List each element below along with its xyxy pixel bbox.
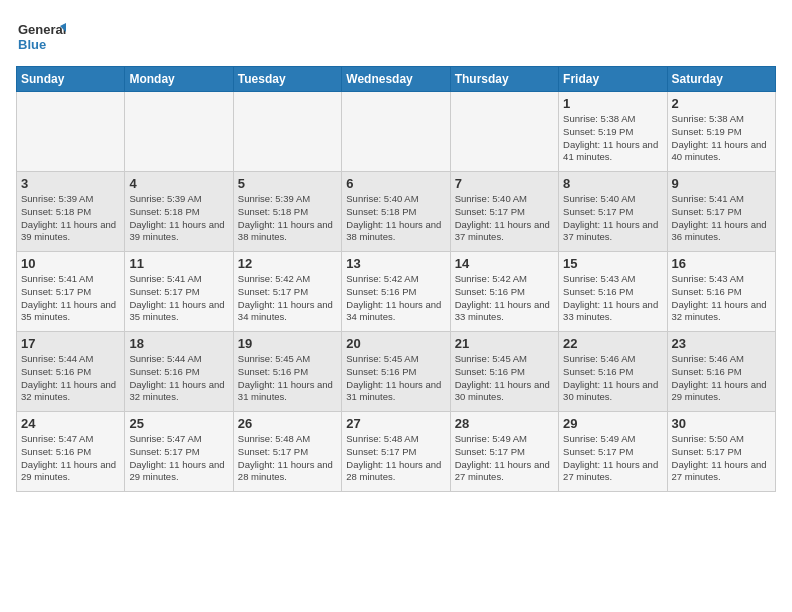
day-info: Sunrise: 5:43 AM Sunset: 5:16 PM Dayligh…: [672, 273, 771, 324]
header: General Blue: [16, 16, 776, 56]
weekday-header-monday: Monday: [125, 67, 233, 92]
day-info: Sunrise: 5:38 AM Sunset: 5:19 PM Dayligh…: [672, 113, 771, 164]
day-info: Sunrise: 5:41 AM Sunset: 5:17 PM Dayligh…: [21, 273, 120, 324]
calendar-cell: 2Sunrise: 5:38 AM Sunset: 5:19 PM Daylig…: [667, 92, 775, 172]
calendar-cell: 4Sunrise: 5:39 AM Sunset: 5:18 PM Daylig…: [125, 172, 233, 252]
calendar-cell: 6Sunrise: 5:40 AM Sunset: 5:18 PM Daylig…: [342, 172, 450, 252]
weekday-header-sunday: Sunday: [17, 67, 125, 92]
day-info: Sunrise: 5:39 AM Sunset: 5:18 PM Dayligh…: [238, 193, 337, 244]
day-number: 1: [563, 96, 662, 111]
day-number: 13: [346, 256, 445, 271]
day-number: 22: [563, 336, 662, 351]
day-number: 10: [21, 256, 120, 271]
calendar-cell: 24Sunrise: 5:47 AM Sunset: 5:16 PM Dayli…: [17, 412, 125, 492]
day-info: Sunrise: 5:49 AM Sunset: 5:17 PM Dayligh…: [455, 433, 554, 484]
calendar-cell: [17, 92, 125, 172]
day-info: Sunrise: 5:47 AM Sunset: 5:16 PM Dayligh…: [21, 433, 120, 484]
calendar-cell: 27Sunrise: 5:48 AM Sunset: 5:17 PM Dayli…: [342, 412, 450, 492]
day-number: 9: [672, 176, 771, 191]
week-row-1: 1Sunrise: 5:38 AM Sunset: 5:19 PM Daylig…: [17, 92, 776, 172]
calendar-cell: 12Sunrise: 5:42 AM Sunset: 5:17 PM Dayli…: [233, 252, 341, 332]
calendar-cell: 10Sunrise: 5:41 AM Sunset: 5:17 PM Dayli…: [17, 252, 125, 332]
day-number: 26: [238, 416, 337, 431]
day-info: Sunrise: 5:42 AM Sunset: 5:16 PM Dayligh…: [455, 273, 554, 324]
calendar-cell: 20Sunrise: 5:45 AM Sunset: 5:16 PM Dayli…: [342, 332, 450, 412]
day-number: 24: [21, 416, 120, 431]
calendar-cell: 23Sunrise: 5:46 AM Sunset: 5:16 PM Dayli…: [667, 332, 775, 412]
day-info: Sunrise: 5:40 AM Sunset: 5:17 PM Dayligh…: [455, 193, 554, 244]
calendar-cell: 3Sunrise: 5:39 AM Sunset: 5:18 PM Daylig…: [17, 172, 125, 252]
calendar-cell: 26Sunrise: 5:48 AM Sunset: 5:17 PM Dayli…: [233, 412, 341, 492]
day-info: Sunrise: 5:46 AM Sunset: 5:16 PM Dayligh…: [563, 353, 662, 404]
logo-svg: General Blue: [16, 16, 66, 56]
weekday-header-friday: Friday: [559, 67, 667, 92]
day-info: Sunrise: 5:39 AM Sunset: 5:18 PM Dayligh…: [21, 193, 120, 244]
day-info: Sunrise: 5:49 AM Sunset: 5:17 PM Dayligh…: [563, 433, 662, 484]
day-number: 7: [455, 176, 554, 191]
calendar-cell: 9Sunrise: 5:41 AM Sunset: 5:17 PM Daylig…: [667, 172, 775, 252]
calendar-table: SundayMondayTuesdayWednesdayThursdayFrid…: [16, 66, 776, 492]
calendar-cell: 7Sunrise: 5:40 AM Sunset: 5:17 PM Daylig…: [450, 172, 558, 252]
day-number: 8: [563, 176, 662, 191]
calendar-cell: 15Sunrise: 5:43 AM Sunset: 5:16 PM Dayli…: [559, 252, 667, 332]
calendar-cell: 29Sunrise: 5:49 AM Sunset: 5:17 PM Dayli…: [559, 412, 667, 492]
weekday-header-row: SundayMondayTuesdayWednesdayThursdayFrid…: [17, 67, 776, 92]
calendar-cell: 17Sunrise: 5:44 AM Sunset: 5:16 PM Dayli…: [17, 332, 125, 412]
calendar-cell: 21Sunrise: 5:45 AM Sunset: 5:16 PM Dayli…: [450, 332, 558, 412]
day-info: Sunrise: 5:48 AM Sunset: 5:17 PM Dayligh…: [346, 433, 445, 484]
day-info: Sunrise: 5:48 AM Sunset: 5:17 PM Dayligh…: [238, 433, 337, 484]
calendar-cell: 30Sunrise: 5:50 AM Sunset: 5:17 PM Dayli…: [667, 412, 775, 492]
day-info: Sunrise: 5:45 AM Sunset: 5:16 PM Dayligh…: [346, 353, 445, 404]
calendar-cell: [450, 92, 558, 172]
day-number: 12: [238, 256, 337, 271]
day-info: Sunrise: 5:40 AM Sunset: 5:18 PM Dayligh…: [346, 193, 445, 244]
svg-text:Blue: Blue: [18, 37, 46, 52]
calendar-cell: 28Sunrise: 5:49 AM Sunset: 5:17 PM Dayli…: [450, 412, 558, 492]
day-info: Sunrise: 5:45 AM Sunset: 5:16 PM Dayligh…: [455, 353, 554, 404]
calendar-cell: 19Sunrise: 5:45 AM Sunset: 5:16 PM Dayli…: [233, 332, 341, 412]
calendar-cell: [125, 92, 233, 172]
day-number: 2: [672, 96, 771, 111]
day-number: 4: [129, 176, 228, 191]
day-info: Sunrise: 5:43 AM Sunset: 5:16 PM Dayligh…: [563, 273, 662, 324]
day-info: Sunrise: 5:41 AM Sunset: 5:17 PM Dayligh…: [672, 193, 771, 244]
day-number: 15: [563, 256, 662, 271]
page-container: General Blue SundayMondayTuesdayWednesda…: [0, 0, 792, 500]
calendar-cell: [342, 92, 450, 172]
day-info: Sunrise: 5:40 AM Sunset: 5:17 PM Dayligh…: [563, 193, 662, 244]
calendar-cell: [233, 92, 341, 172]
day-info: Sunrise: 5:47 AM Sunset: 5:17 PM Dayligh…: [129, 433, 228, 484]
day-info: Sunrise: 5:42 AM Sunset: 5:16 PM Dayligh…: [346, 273, 445, 324]
day-info: Sunrise: 5:39 AM Sunset: 5:18 PM Dayligh…: [129, 193, 228, 244]
day-info: Sunrise: 5:44 AM Sunset: 5:16 PM Dayligh…: [129, 353, 228, 404]
weekday-header-thursday: Thursday: [450, 67, 558, 92]
day-number: 20: [346, 336, 445, 351]
day-number: 16: [672, 256, 771, 271]
week-row-4: 17Sunrise: 5:44 AM Sunset: 5:16 PM Dayli…: [17, 332, 776, 412]
day-number: 23: [672, 336, 771, 351]
calendar-cell: 8Sunrise: 5:40 AM Sunset: 5:17 PM Daylig…: [559, 172, 667, 252]
calendar-cell: 11Sunrise: 5:41 AM Sunset: 5:17 PM Dayli…: [125, 252, 233, 332]
day-number: 17: [21, 336, 120, 351]
day-number: 21: [455, 336, 554, 351]
week-row-5: 24Sunrise: 5:47 AM Sunset: 5:16 PM Dayli…: [17, 412, 776, 492]
day-number: 30: [672, 416, 771, 431]
day-number: 14: [455, 256, 554, 271]
calendar-cell: 14Sunrise: 5:42 AM Sunset: 5:16 PM Dayli…: [450, 252, 558, 332]
week-row-2: 3Sunrise: 5:39 AM Sunset: 5:18 PM Daylig…: [17, 172, 776, 252]
logo: General Blue: [16, 16, 66, 56]
day-number: 25: [129, 416, 228, 431]
day-number: 6: [346, 176, 445, 191]
calendar-cell: 5Sunrise: 5:39 AM Sunset: 5:18 PM Daylig…: [233, 172, 341, 252]
calendar-cell: 13Sunrise: 5:42 AM Sunset: 5:16 PM Dayli…: [342, 252, 450, 332]
day-info: Sunrise: 5:46 AM Sunset: 5:16 PM Dayligh…: [672, 353, 771, 404]
day-number: 18: [129, 336, 228, 351]
day-number: 27: [346, 416, 445, 431]
calendar-cell: 22Sunrise: 5:46 AM Sunset: 5:16 PM Dayli…: [559, 332, 667, 412]
day-info: Sunrise: 5:42 AM Sunset: 5:17 PM Dayligh…: [238, 273, 337, 324]
day-number: 19: [238, 336, 337, 351]
svg-text:General: General: [18, 22, 66, 37]
day-info: Sunrise: 5:41 AM Sunset: 5:17 PM Dayligh…: [129, 273, 228, 324]
day-number: 5: [238, 176, 337, 191]
week-row-3: 10Sunrise: 5:41 AM Sunset: 5:17 PM Dayli…: [17, 252, 776, 332]
